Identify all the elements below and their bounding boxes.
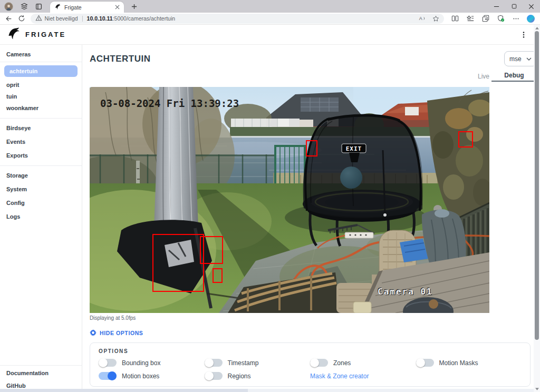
tab-title: Frigate [64, 4, 113, 11]
option-zones: Zones [310, 359, 416, 367]
page-title: ACHTERTUIN [90, 54, 151, 64]
copilot-icon[interactable] [527, 15, 535, 23]
tab-live[interactable]: Live [476, 73, 491, 82]
option-motion-boxes: Motion boxes [99, 372, 205, 380]
sidebar-item-exports[interactable]: Exports [0, 149, 82, 162]
window-controls [488, 0, 540, 13]
bounding-box-toggle[interactable] [99, 359, 117, 367]
option-bounding-box: Bounding box [99, 359, 205, 367]
cameras-section-label: Cameras [0, 48, 82, 62]
scroll-up-icon[interactable] [535, 25, 539, 31]
pill-divider [82, 16, 83, 22]
vertical-scrollbar [534, 25, 540, 392]
horizontal-scrollbar [0, 389, 534, 392]
browser-tab-bar: Frigate [0, 0, 540, 13]
svg-text:EXIT: EXIT [346, 145, 362, 152]
camera-name-overlay: Camera 01 [378, 287, 433, 297]
sidebar-item-config[interactable]: Config [0, 196, 82, 210]
collections-icon[interactable] [481, 14, 490, 23]
zones-toggle[interactable] [310, 359, 328, 367]
maximize-button[interactable] [505, 0, 523, 13]
sidebar-item-birdseye[interactable]: Birdseye [0, 121, 82, 135]
motion-boxes-toggle[interactable] [99, 372, 117, 380]
timestamp-toggle[interactable] [205, 359, 223, 367]
refresh-icon[interactable] [17, 14, 26, 23]
brand-title: FRIGATE [25, 31, 66, 38]
horizontal-scrollbar-thumb[interactable] [0, 389, 248, 392]
sidebar-item-achtertuin[interactable]: achtertuin [4, 65, 78, 77]
camera-timestamp-overlay: 03-08-2024 Fri 13:39:23 [100, 97, 239, 109]
workspaces-icon[interactable] [20, 3, 28, 11]
camera-scene: EXIT [90, 87, 489, 313]
read-aloud-icon[interactable]: A [418, 15, 426, 22]
motion-box [152, 234, 204, 292]
option-regions: Regions [205, 372, 311, 380]
browser-address-bar: Niet beveiligd 10.0.10.11:5000/cameras/a… [0, 13, 540, 25]
favorites-bar-icon[interactable] [466, 14, 475, 23]
divider [0, 165, 82, 166]
view-tabs: Live Debug [90, 72, 537, 82]
sidebar-item-system[interactable]: System [0, 182, 82, 196]
more-menu-icon[interactable] [512, 14, 520, 23]
regions-toggle[interactable] [205, 372, 223, 380]
option-motion-masks: Motion Masks [416, 359, 522, 367]
motion-box [200, 236, 223, 264]
options-heading: OPTIONS [99, 348, 522, 354]
camera-debug-view: EXIT [90, 87, 489, 313]
split-screen-icon[interactable] [451, 14, 459, 23]
new-tab-button[interactable] [129, 2, 139, 11]
motion-box [458, 131, 473, 148]
sidebar-item-logs[interactable]: Logs [0, 210, 82, 223]
url-text: 10.0.10.11:5000/cameras/achtertuin [87, 15, 176, 22]
fps-status: Displaying at 5.0fps [90, 315, 537, 321]
motion-masks-toggle[interactable] [416, 359, 434, 367]
stream-type-value: mse [509, 55, 522, 63]
sidebar-item-woonkamer[interactable]: woonkamer [0, 102, 82, 114]
sidebar: Cameras achtertuin oprit tuin woonkamer … [0, 45, 82, 392]
tab-debug[interactable]: Debug [491, 72, 537, 82]
browser-tab[interactable]: Frigate [50, 2, 124, 13]
not-secure-warning-icon [35, 14, 42, 23]
svg-text:A: A [419, 16, 422, 21]
gear-icon [90, 329, 97, 336]
divider [0, 62, 82, 62]
sidebar-item-tuin[interactable]: tuin [0, 91, 82, 102]
overflow-menu-icon[interactable] [520, 31, 527, 39]
mask-zone-creator-link[interactable]: Mask & Zone creator [310, 373, 416, 380]
browser-essentials-icon[interactable] [497, 14, 505, 23]
frigate-logo [7, 27, 21, 43]
hide-options-button[interactable]: HIDE OPTIONS [90, 329, 537, 336]
motion-box [213, 268, 223, 283]
sidebar-item-events[interactable]: Events [0, 135, 82, 149]
vertical-scrollbar-thumb[interactable] [535, 31, 539, 340]
url-field[interactable]: Niet beveiligd 10.0.10.11:5000/cameras/a… [31, 14, 445, 24]
profile-avatar[interactable] [4, 2, 13, 11]
option-timestamp: Timestamp [205, 359, 311, 367]
sidebar-item-storage[interactable]: Storage [0, 169, 82, 182]
frigate-header: FRIGATE [0, 25, 540, 45]
stream-type-select[interactable]: mse [504, 51, 537, 66]
divider [0, 118, 82, 119]
frigate-favicon [55, 3, 61, 12]
tab-close-icon[interactable] [113, 4, 121, 11]
favorite-star-icon[interactable] [432, 15, 439, 22]
tab-actions-icon[interactable] [35, 3, 43, 11]
sidebar-item-documentation[interactable]: Documentation [0, 366, 82, 379]
security-warning-label: Niet beveiligd [45, 15, 78, 22]
scroll-down-icon[interactable] [535, 386, 539, 392]
back-icon[interactable] [4, 14, 13, 23]
browser-window: Frigate Niet beveiligd 10.0.10.11 [0, 0, 540, 392]
main-content: ACHTERTUIN mse Live Debug [82, 45, 540, 392]
sidebar-item-oprit[interactable]: oprit [0, 79, 82, 91]
options-panel: OPTIONS Bounding box Timestamp Zones [90, 342, 531, 387]
chevron-down-icon [526, 57, 532, 61]
motion-box [306, 140, 317, 156]
minimize-button[interactable] [488, 0, 505, 13]
close-button[interactable] [523, 0, 540, 13]
